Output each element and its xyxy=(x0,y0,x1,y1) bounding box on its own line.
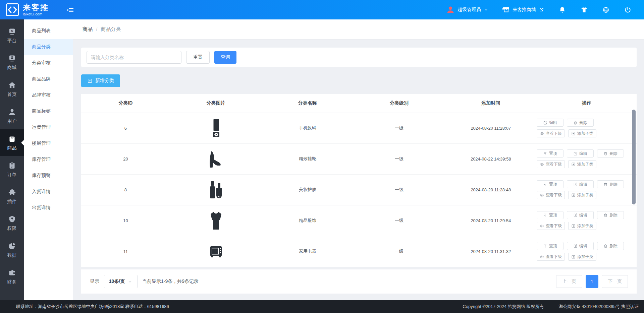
submenu-item-10[interactable]: 入货详情 xyxy=(24,184,73,200)
edit-button[interactable]: 编辑 xyxy=(567,211,594,219)
table-body: 6手机数码一级2024-08-20 11:28:07编辑删除查看下级添加子类20… xyxy=(81,113,637,267)
breadcrumb-parent[interactable]: 商品 xyxy=(83,26,93,33)
view-children-button[interactable]: 查看下级 xyxy=(537,129,565,137)
cat-clothing-icon xyxy=(207,217,225,223)
add-category-button[interactable]: 新增分类 xyxy=(81,74,120,87)
submenu-item-6[interactable]: 运费管理 xyxy=(24,119,73,135)
plus-box-icon xyxy=(571,193,576,197)
category-name-input[interactable] xyxy=(87,51,181,64)
top-button[interactable]: 置顶 xyxy=(537,211,564,219)
prev-page-button[interactable]: 上一页 xyxy=(556,275,582,288)
edit-icon xyxy=(573,244,578,248)
pagination-bar: 显示 10条/页 当前显示1-9条，共9条记录 上一页 1 下一页 xyxy=(81,269,637,294)
cell-category-level: 一级 xyxy=(353,205,445,236)
logo-title: 来客推 xyxy=(23,4,49,11)
avatar xyxy=(446,5,455,14)
category-table: 分类ID 分类图片 分类名称 分类级别 添加时间 操作 6手机数码一级2024-… xyxy=(81,94,637,267)
breadcrumb: 商品 / 商品分类 xyxy=(73,19,644,40)
svg-text:S: S xyxy=(11,29,13,33)
plus-box-icon xyxy=(571,255,576,259)
view-children-button[interactable]: 查看下级 xyxy=(537,222,565,230)
add-child-button[interactable]: 添加子类 xyxy=(568,253,596,261)
topbar-right: 超级管理员 来客推商城 xyxy=(446,5,644,14)
logout-button[interactable] xyxy=(624,6,631,13)
current-page-button[interactable]: 1 xyxy=(586,275,598,288)
submenu-item-7[interactable]: 楼层管理 xyxy=(24,135,73,151)
table-row: 6手机数码一级2024-08-20 11:28:07编辑删除查看下级添加子类 xyxy=(81,113,637,143)
column-header-id: 分类ID xyxy=(81,94,170,113)
sidebar-item-user[interactable]: 用户 xyxy=(0,103,24,129)
column-header-image: 分类图片 xyxy=(170,94,262,113)
add-child-button[interactable]: 添加子类 xyxy=(568,129,596,137)
sidebar-item-goods[interactable]: 商品 xyxy=(0,129,24,156)
collapse-sidebar-button[interactable] xyxy=(66,5,75,14)
submenu-item-2[interactable]: 分类审核 xyxy=(24,55,73,71)
top-button[interactable]: 置顶 xyxy=(537,180,564,188)
next-page-button[interactable]: 下一页 xyxy=(602,275,628,288)
sidebar-item-plugin[interactable]: 插件 xyxy=(0,183,24,210)
submenu-item-1[interactable]: 商品分类 xyxy=(24,39,73,55)
top-icon xyxy=(543,213,547,217)
edit-button[interactable]: 编辑 xyxy=(567,242,594,250)
top-button[interactable]: 置顶 xyxy=(537,242,564,250)
submenu-item-label: 楼层管理 xyxy=(32,140,51,146)
cat-microwave-icon xyxy=(207,249,225,254)
breadcrumb-separator: / xyxy=(96,26,97,32)
app-logo[interactable]: 来客推 laiketui.com xyxy=(0,3,49,17)
cell-category-name: 美妆护肤 xyxy=(262,174,353,205)
sidebar-item-gallery[interactable] xyxy=(0,290,24,300)
submenu-item-0[interactable]: 商品列表 xyxy=(24,23,73,39)
sidebar-item-home[interactable]: 首页 xyxy=(0,76,24,103)
edit-button[interactable]: 编辑 xyxy=(567,149,594,158)
delete-button[interactable]: 删除 xyxy=(597,180,624,188)
delete-button[interactable]: 删除 xyxy=(597,149,624,158)
sidebar-item-platform[interactable]: S平台 xyxy=(0,22,24,49)
delete-button[interactable]: 删除 xyxy=(597,242,624,250)
sidebar-item-order[interactable]: 订单 xyxy=(0,156,24,183)
view-children-button[interactable]: 查看下级 xyxy=(537,191,565,199)
add-child-button[interactable]: 添加子类 xyxy=(568,222,596,230)
edit-button[interactable]: 编辑 xyxy=(537,119,564,127)
language-button[interactable] xyxy=(602,6,609,13)
cell-category-level: 一级 xyxy=(353,174,445,205)
sidebar-item-auth[interactable]: 权限 xyxy=(0,210,24,237)
sidebar-item-mall[interactable]: 商城 xyxy=(0,49,24,76)
edit-button[interactable]: 编辑 xyxy=(567,180,594,188)
search-button[interactable]: 查询 xyxy=(214,51,236,64)
top-icon xyxy=(543,244,547,248)
sidebar-item-label: 商城 xyxy=(7,65,17,71)
cell-actions: 编辑删除查看下级添加子类 xyxy=(537,113,637,143)
reset-button[interactable]: 重置 xyxy=(186,51,210,64)
submenu-item-label: 商品分类 xyxy=(32,44,51,50)
view-children-button[interactable]: 查看下级 xyxy=(537,160,565,168)
add-child-button[interactable]: 添加子类 xyxy=(568,191,596,199)
sidebar-item-data[interactable]: 数据 xyxy=(0,237,24,263)
add-child-button[interactable]: 添加子类 xyxy=(568,160,596,168)
notifications-button[interactable] xyxy=(559,6,566,13)
submenu-item-9[interactable]: 库存预警 xyxy=(24,168,73,184)
top-button[interactable]: 置顶 xyxy=(537,149,564,158)
delete-button[interactable]: 删除 xyxy=(597,211,624,219)
cell-category-id: 8 xyxy=(81,174,170,205)
submenu-item-8[interactable]: 库存管理 xyxy=(24,151,73,168)
sidebar-item-label: 插件 xyxy=(7,199,17,205)
sidebar-item-finance[interactable]: 财务 xyxy=(0,263,24,290)
wallet-icon xyxy=(8,269,16,277)
submenu-item-3[interactable]: 商品品牌 xyxy=(24,71,73,87)
submenu-sidebar: 商品列表商品分类分类审核商品品牌品牌审核商品标签运费管理楼层管理库存管理库存预警… xyxy=(24,19,73,300)
delete-button[interactable]: 删除 xyxy=(567,119,594,127)
sidebar-item-label: 用户 xyxy=(7,118,17,124)
table-scrollbar[interactable] xyxy=(632,110,636,204)
submenu-item-5[interactable]: 商品标签 xyxy=(24,103,73,119)
column-header-name: 分类名称 xyxy=(262,94,353,113)
user-menu[interactable]: 超级管理员 xyxy=(446,5,488,14)
edit-icon xyxy=(573,182,578,187)
footer-police-record[interactable]: 湘公网安备 43010402000895号 执照认证 xyxy=(559,304,639,310)
view-children-button[interactable]: 查看下级 xyxy=(537,253,565,261)
shop-front-button[interactable] xyxy=(581,6,588,13)
pagination-left: 显示 10条/页 当前显示1-9条，共9条记录 xyxy=(90,275,199,288)
submenu-item-11[interactable]: 出货详情 xyxy=(24,200,73,216)
submenu-item-4[interactable]: 品牌审核 xyxy=(24,87,73,103)
shop-link[interactable]: 来客推商城 xyxy=(502,6,544,13)
page-size-select[interactable]: 10条/页 xyxy=(104,275,138,288)
